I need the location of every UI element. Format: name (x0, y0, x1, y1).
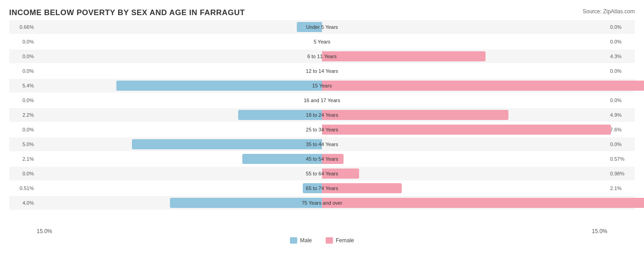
male-bar (116, 81, 322, 91)
left-value: 2.1% (9, 156, 37, 162)
female-bar (322, 51, 486, 61)
left-axis-label: 15.0% (37, 228, 52, 234)
legend-female: Female (326, 237, 354, 244)
axis-labels: 15.0% 15.0% (9, 228, 635, 234)
source-text: Source: ZipAtlas.com (583, 8, 635, 15)
female-bar (322, 110, 508, 120)
left-value: 0.0% (9, 171, 37, 176)
chart-row: 2.1% 45 to 54 Years 0.57% (9, 152, 635, 166)
left-value: 0.0% (9, 39, 37, 44)
bar-area: 6 to 11 Years (37, 49, 607, 63)
row-label: 15 Years (312, 83, 332, 88)
male-bar (170, 198, 322, 208)
row-label: 5 Years (314, 39, 331, 44)
right-value: 0.0% (607, 142, 635, 147)
bar-area: 45 to 54 Years (37, 152, 607, 166)
chart-row: 5.4% 15 Years 8.5% (9, 79, 635, 93)
row-label: 55 to 64 Years (306, 171, 338, 176)
bar-area: 16 and 17 Years (37, 93, 607, 107)
bar-area: 65 to 74 Years (37, 181, 607, 195)
legend: Male Female (9, 237, 635, 244)
bar-area: 55 to 64 Years (37, 167, 607, 180)
right-value: 2.1% (607, 185, 635, 191)
chart-row: 0.0% 6 to 11 Years 4.3% (9, 49, 635, 63)
left-value: 0.0% (9, 98, 37, 103)
left-value: 0.51% (9, 185, 37, 191)
female-legend-box (326, 237, 333, 244)
female-bar (322, 81, 644, 91)
row-label: 75 Years and over (302, 200, 343, 206)
bar-area: 25 to 34 Years (37, 123, 607, 136)
chart-row: 5.0% 35 to 44 Years 0.0% (9, 137, 635, 151)
bar-area: 75 Years and over (37, 196, 607, 210)
right-value: 0.0% (607, 39, 635, 44)
chart-row: 0.66% Under 5 Years 0.0% (9, 20, 635, 34)
row-label: 45 to 54 Years (306, 156, 338, 162)
female-bar (322, 198, 644, 208)
right-value: 0.98% (607, 171, 635, 176)
right-value: 4.3% (607, 54, 635, 59)
male-legend-box (290, 237, 297, 244)
left-value: 5.4% (9, 83, 37, 88)
row-label: 12 to 14 Years (306, 68, 338, 74)
row-label: 18 to 24 Years (306, 112, 338, 118)
legend-male: Male (290, 237, 312, 244)
right-value: 0.0% (607, 24, 635, 30)
left-value: 2.2% (9, 112, 37, 118)
right-value: 7.6% (607, 127, 635, 132)
chart-row: 0.0% 25 to 34 Years 7.6% (9, 123, 635, 136)
row-label: 6 to 11 Years (307, 54, 337, 59)
chart-area: 0.66% Under 5 Years 0.0% 0.0% 5 Years 0.… (9, 20, 635, 226)
row-label: 25 to 34 Years (306, 127, 338, 132)
left-value: 5.0% (9, 142, 37, 147)
left-value: 4.0% (9, 200, 37, 206)
right-value: 0.57% (607, 156, 635, 162)
chart-row: 0.0% 16 and 17 Years 0.0% (9, 93, 635, 107)
chart-container: INCOME BELOW POVERTY BY SEX AND AGE IN F… (0, 0, 644, 256)
chart-row: 2.2% 18 to 24 Years 4.9% (9, 108, 635, 122)
right-value: 4.9% (607, 112, 635, 118)
bar-area: 5 Years (37, 35, 607, 49)
right-value: 0.0% (607, 68, 635, 74)
chart-row: 0.51% 65 to 74 Years 2.1% (9, 181, 635, 195)
female-bar (322, 125, 611, 135)
left-value: 0.0% (9, 127, 37, 132)
row-label: Under 5 Years (306, 24, 338, 30)
bar-area: Under 5 Years (37, 20, 607, 34)
right-value: 0.0% (607, 98, 635, 103)
left-value: 0.66% (9, 24, 37, 30)
bar-area: 12 to 14 Years (37, 64, 607, 78)
male-bar (132, 139, 322, 149)
chart-row: 0.0% 12 to 14 Years 0.0% (9, 64, 635, 78)
row-label: 65 to 74 Years (306, 185, 338, 191)
bar-area: 35 to 44 Years (37, 137, 607, 151)
left-value: 0.0% (9, 68, 37, 74)
female-legend-label: Female (336, 237, 354, 244)
chart-title: INCOME BELOW POVERTY BY SEX AND AGE IN F… (9, 8, 635, 17)
chart-row: 0.0% 55 to 64 Years 0.98% (9, 167, 635, 180)
bar-area: 15 Years (37, 79, 607, 93)
male-legend-label: Male (300, 237, 312, 244)
chart-row: 4.0% 75 Years and over 14.0% (9, 196, 635, 210)
row-label: 16 and 17 Years (304, 98, 340, 103)
right-axis-label: 15.0% (592, 228, 607, 234)
chart-row: 0.0% 5 Years 0.0% (9, 35, 635, 49)
bar-area: 18 to 24 Years (37, 108, 607, 122)
row-label: 35 to 44 Years (306, 142, 338, 147)
left-value: 0.0% (9, 54, 37, 59)
